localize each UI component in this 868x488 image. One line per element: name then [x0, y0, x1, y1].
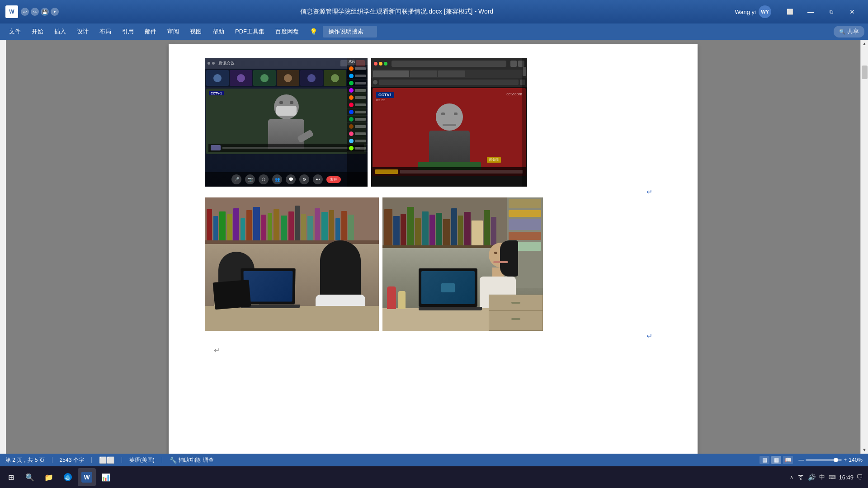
- vc-controls: 🎤 📷 ⬡ 👥 💬 ⚙ ••• 离开: [205, 172, 368, 187]
- menu-item-mailings[interactable]: 邮件: [139, 26, 162, 38]
- scroll-thumb[interactable]: [862, 66, 868, 79]
- vc-participant-item: [347, 116, 368, 123]
- status-bar-right: ▤ ▦ 📖 — + 140%: [760, 456, 863, 464]
- tray-wifi-icon[interactable]: [797, 474, 804, 481]
- cctv-logo: CCTV1: [376, 92, 394, 98]
- vc-mic-button[interactable]: 🎤: [231, 174, 241, 184]
- status-separator: [122, 457, 122, 463]
- vc-participant-item: [347, 72, 368, 80]
- tray-volume-icon[interactable]: 🔊: [808, 474, 816, 481]
- zoom-slider-track[interactable]: [806, 459, 842, 461]
- zoom-in-button[interactable]: +: [844, 457, 847, 463]
- vc-more-button[interactable]: •••: [313, 174, 323, 184]
- broadcast-nameplate: 国务院: [487, 157, 501, 163]
- minimize-button[interactable]: —: [800, 5, 821, 19]
- customize-button[interactable]: ▾: [51, 8, 59, 16]
- page-wrapper[interactable]: 腾讯会议: [6, 40, 860, 454]
- zoom-level: 140%: [849, 457, 863, 463]
- vc-participant-item: [347, 101, 368, 108]
- menu-item-insert[interactable]: 插入: [49, 26, 71, 38]
- scroll-down-arrow[interactable]: ▼: [861, 446, 868, 454]
- folder-icon: 📁: [43, 472, 54, 483]
- app5-button[interactable]: 📊: [97, 468, 115, 486]
- vc-participant-item: [347, 65, 368, 72]
- zoom-out-button[interactable]: —: [798, 457, 804, 463]
- status-separator: [91, 457, 92, 463]
- return-area-top: ↵: [205, 187, 661, 196]
- tray-keyboard-icon[interactable]: ⌨: [829, 474, 836, 480]
- redo-button[interactable]: ↪: [31, 8, 39, 16]
- image-bottom-right: [382, 197, 543, 331]
- close-button[interactable]: ✕: [842, 5, 863, 19]
- save-button[interactable]: 💾: [41, 8, 49, 16]
- view-normal-button[interactable]: ▤: [760, 456, 769, 464]
- zoom-control[interactable]: — + 140%: [798, 457, 863, 463]
- tray-notification-icon[interactable]: 🗨: [856, 474, 863, 481]
- word-icon: W: [81, 472, 92, 483]
- scrollbar-vertical[interactable]: ▲ ▼: [860, 40, 868, 454]
- search-commands-input[interactable]: 操作说明搜索: [323, 26, 377, 38]
- word-taskbar-button[interactable]: W: [78, 468, 96, 486]
- search-icon: 🔍: [24, 472, 35, 483]
- svg-point-1: [800, 478, 802, 479]
- track-changes-icon[interactable]: ⬜⬜: [99, 456, 114, 464]
- paragraph-area: ↵: [205, 343, 661, 355]
- vc-participant-item: [347, 123, 368, 130]
- taskbar: ⊞ 🔍 📁 W 📊 ∧: [0, 466, 868, 488]
- tray-up-arrow[interactable]: ∧: [790, 474, 793, 480]
- vc-chat-button[interactable]: 💬: [286, 174, 296, 184]
- share-button[interactable]: 🔍 共享: [834, 26, 864, 38]
- vc-participant-item: [347, 80, 368, 87]
- file-explorer-button[interactable]: 📁: [40, 468, 58, 486]
- system-clock[interactable]: 16:49: [839, 474, 854, 481]
- menu-item-pdf[interactable]: PDF工具集: [230, 26, 270, 38]
- menu-item-references[interactable]: 引用: [117, 26, 139, 38]
- view-layout-button[interactable]: ▦: [771, 456, 781, 464]
- menu-item-layout[interactable]: 布局: [94, 26, 117, 38]
- tray-ime-icon[interactable]: 中: [819, 473, 825, 481]
- accessibility-status[interactable]: 🔧 辅助功能: 调查: [170, 456, 214, 464]
- menu-item-view[interactable]: 视图: [184, 26, 207, 38]
- system-tray: ∧ 🔊 中 ⌨: [790, 473, 836, 481]
- edge-browser-button[interactable]: [59, 468, 77, 486]
- scroll-up-arrow[interactable]: ▲: [861, 40, 868, 47]
- document-page: 腾讯会议: [169, 44, 698, 454]
- view-read-button[interactable]: 📖: [783, 456, 793, 464]
- vc-camera-button[interactable]: 📷: [245, 174, 255, 184]
- status-bar: 第 2 页，共 5 页 2543 个字 ⬜⬜ 英语(美国) 🔧 辅助功能: 调查…: [0, 454, 868, 466]
- menu-item-baidu[interactable]: 百度网盘: [270, 26, 304, 38]
- zoom-slider-thumb[interactable]: [834, 458, 838, 462]
- search-button[interactable]: 🔍: [21, 468, 39, 486]
- broadcast-date: 03 22: [376, 98, 385, 102]
- user-name: Wang yi: [735, 9, 756, 15]
- menu-item-review[interactable]: 审阅: [162, 26, 184, 38]
- word-count: 2543 个字: [60, 456, 84, 464]
- vc-participants-button[interactable]: 👥: [272, 174, 282, 184]
- title-bar: W ↩ ↪ 💾 ▾ 信息资源管理学院组织学生观看新闻联播情况.docx [兼容模…: [0, 0, 868, 23]
- menu-item-file[interactable]: 文件: [4, 26, 26, 38]
- return-area-bottom: ↵: [205, 331, 661, 341]
- quick-access-toolbar: ↩ ↪ 💾 ▾: [21, 8, 59, 16]
- menu-item-help[interactable]: 帮助: [207, 26, 230, 38]
- window-controls: ⬜ — ⧉ ✕: [779, 5, 863, 19]
- vc-participant-item: [347, 145, 368, 152]
- menu-item-home[interactable]: 开始: [26, 26, 49, 38]
- restore-button[interactable]: ⧉: [821, 5, 842, 19]
- menu-item-design[interactable]: 设计: [71, 26, 94, 38]
- ribbon-collapse-button[interactable]: ⬜: [779, 5, 800, 19]
- undo-button[interactable]: ↩: [21, 8, 29, 16]
- scrollbar-left: [0, 40, 6, 454]
- vc-participant-item: [347, 94, 368, 101]
- vc-end-button[interactable]: 离开: [326, 176, 341, 183]
- user-info: Wang yi WY: [735, 5, 771, 18]
- vc-participant-item: [347, 137, 368, 145]
- edge-icon: [62, 472, 73, 483]
- return-arrow-top: ↵: [646, 188, 652, 196]
- language-indicator[interactable]: 英语(美国): [129, 456, 155, 464]
- user-avatar[interactable]: WY: [759, 5, 771, 18]
- start-button[interactable]: ⊞: [2, 468, 20, 486]
- vc-settings-button[interactable]: ⚙: [299, 174, 309, 184]
- title-bar-right: Wang yi WY ⬜ — ⧉ ✕: [735, 5, 863, 19]
- vc-share-button[interactable]: ⬡: [259, 174, 269, 184]
- vc-participant-item: [347, 87, 368, 94]
